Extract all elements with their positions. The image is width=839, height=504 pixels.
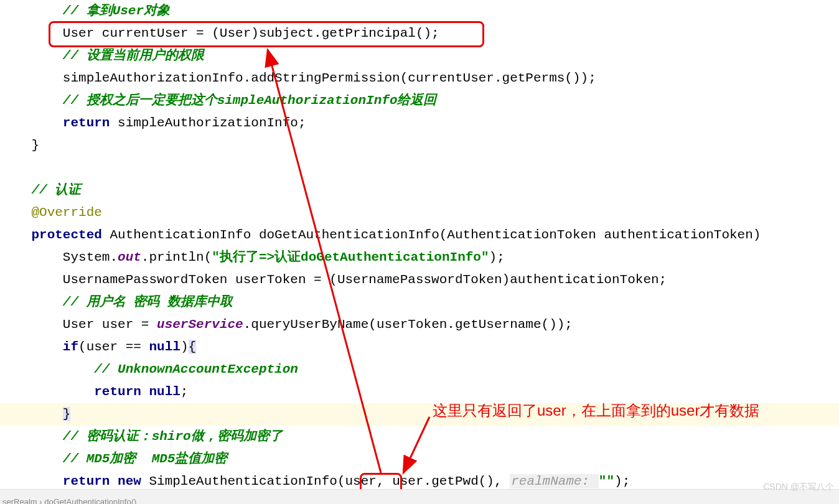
comment: // 认证 [31,183,81,197]
code-line: // 拿到User对象 [0,0,839,22]
code-line: // 授权之后一定要把这个simpleAuthorizationInfo给返回 [0,90,839,112]
comment: // 拿到User对象 [63,4,170,18]
annotation-override: @Override [31,205,101,220]
annotation-box-top [49,21,484,47]
code-line: System.out.println("执行了=>认证doGetAuthenti… [0,246,839,269]
code-line [0,157,839,179]
comment: // UnknownAccountException [94,362,298,376]
code-line: return simpleAuthorizationInfo; [0,112,839,134]
code-line: // UnknownAccountException [0,358,839,381]
code-line: // 认证 [0,179,839,202]
code-line: // MD5加密 MD5盐值加密 [0,448,839,470]
breadcrumb[interactable]: serRealm › doGetAuthenticationInfo() [0,489,839,504]
code-line: if(user == null){ [0,336,839,358]
code-line: User user = userService.queryUserByName(… [0,314,839,336]
code-line: } [0,134,839,157]
code-line: // 用户名 密码 数据库中取 [0,291,839,314]
code-line: simpleAuthorizationInfo.addStringPermiss… [0,67,839,90]
code-line: // 密码认证：shiro做，密码加密了 [0,426,839,448]
watermark: CSDN @不写八个 [763,475,834,498]
code-line: // 设置当前用户的权限 [0,45,839,67]
comment: // 设置当前用户的权限 [63,49,204,63]
breadcrumb-item[interactable]: doGetAuthenticationInfo() [44,497,136,504]
annotation-text: 这里只有返回了user，在上面拿到的user才有数据 [433,400,831,421]
comment: // 用户名 密码 数据库中取 [63,295,233,309]
breadcrumb-item[interactable]: serRealm [2,497,37,504]
comment: // MD5加密 MD5盐值加密 [63,452,228,466]
code-line: @Override [0,202,839,224]
code-line: protected AuthenticationInfo doGetAuthen… [0,224,839,246]
comment: // 授权之后一定要把这个simpleAuthorizationInfo给返回 [63,93,437,108]
comment: // 密码认证：shiro做，密码加密了 [63,429,283,444]
code-line: UsernamePasswordToken userToken = (Usern… [0,269,839,291]
